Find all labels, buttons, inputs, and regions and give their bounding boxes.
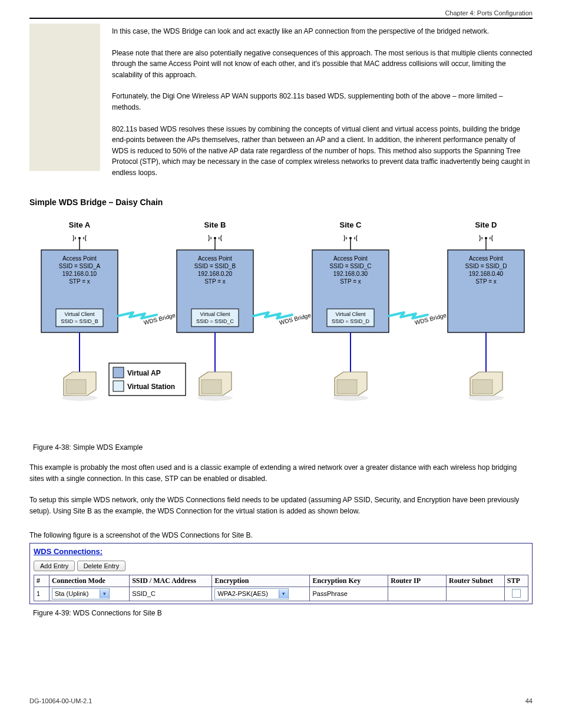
svg-text:Virtual Client: Virtual Client bbox=[336, 311, 366, 317]
wds-topology-diagram: Site A Site B Site C Site D Access Point… bbox=[29, 216, 533, 452]
col-router-subnet: Router Subnet bbox=[447, 575, 505, 587]
section-title: Simple WDS Bridge – Daisy Chain bbox=[29, 196, 533, 209]
connection-mode-value: Sta (Uplink) bbox=[55, 590, 88, 597]
col-encryption: Encryption bbox=[212, 575, 310, 587]
pc-icon bbox=[197, 372, 233, 401]
figure-caption: Figure 4-39: WDS Connections for Site B bbox=[33, 609, 533, 617]
svg-text:SSID = SSID_B: SSID = SSID_B bbox=[61, 318, 98, 324]
wds-panel-title: WDS Connections: bbox=[34, 547, 528, 556]
svg-text:192.168.0.10: 192.168.0.10 bbox=[62, 271, 97, 277]
svg-text:SSID  = SSID_A: SSID = SSID_A bbox=[59, 263, 101, 269]
pc-icon bbox=[468, 372, 504, 401]
paragraph: To setup this simple WDS network, only t… bbox=[29, 495, 533, 516]
ap-box-site-a: Access Point SSID = SSID_A 192.168.0.10 … bbox=[41, 250, 118, 332]
header-chapter: Chapter 4: Ports Configuration bbox=[29, 9, 533, 17]
ap-box-site-b: Access Point SSID = SSID_B 192.168.0.20 … bbox=[177, 250, 253, 332]
paragraph: Fortunately, the Digi One Wireless AP WA… bbox=[112, 91, 533, 113]
svg-text:Access Point: Access Point bbox=[62, 255, 97, 262]
footer-page-number: 44 bbox=[525, 697, 533, 704]
pc-icon bbox=[333, 372, 368, 401]
table-row: 1 Sta (Uplink) ▾ SSID_C WPA2-PSK(AES) ▾ bbox=[34, 587, 528, 601]
cell-key[interactable]: PassPhrase bbox=[310, 587, 388, 601]
ap-box-site-d: Access Point SSID = SSID_D 192.168.0.40 … bbox=[448, 250, 524, 332]
encryption-select[interactable]: WPA2-PSK(AES) ▾ bbox=[214, 588, 289, 599]
wds-link-label: WDS Bridge bbox=[279, 312, 312, 326]
figure-caption: Figure 4-38: Simple WDS Example bbox=[33, 443, 533, 452]
svg-text:Access Point: Access Point bbox=[198, 255, 232, 262]
svg-text:Access Point: Access Point bbox=[469, 255, 503, 262]
svg-text:SSID = SSID_C: SSID = SSID_C bbox=[196, 318, 234, 324]
screenshot-caption: The following figure is a screenshot of … bbox=[29, 531, 533, 539]
antenna-icon bbox=[73, 235, 86, 250]
paragraph: This example is probably the most often … bbox=[29, 462, 533, 484]
antenna-icon bbox=[344, 235, 357, 250]
col-ssid: SSID / MAC Address bbox=[130, 575, 212, 587]
add-entry-button[interactable]: Add Entry bbox=[34, 561, 75, 571]
paragraph: Please note that there are also potentia… bbox=[112, 48, 533, 81]
wds-connections-panel: WDS Connections: Add Entry Delete Entry … bbox=[29, 543, 533, 604]
connection-mode-select[interactable]: Sta (Uplink) ▾ bbox=[52, 588, 110, 599]
svg-text:Virtual Client: Virtual Client bbox=[65, 311, 95, 317]
stp-checkbox[interactable] bbox=[512, 589, 521, 598]
encryption-value: WPA2-PSK(AES) bbox=[217, 590, 267, 597]
chevron-down-icon: ▾ bbox=[279, 589, 288, 598]
svg-text:Virtual Station: Virtual Station bbox=[127, 383, 175, 391]
svg-text:192.168.0.20: 192.168.0.20 bbox=[198, 271, 233, 277]
chevron-down-icon: ▾ bbox=[100, 589, 109, 598]
svg-text:192.168.0.40: 192.168.0.40 bbox=[469, 271, 504, 277]
antenna-icon bbox=[480, 235, 492, 250]
col-router-ip: Router IP bbox=[388, 575, 447, 587]
col-num: # bbox=[34, 575, 49, 587]
svg-text:STP = x: STP = x bbox=[475, 278, 497, 285]
wds-connections-table: # Connection Mode SSID / MAC Address Enc… bbox=[34, 575, 528, 601]
svg-text:STP = x: STP = x bbox=[69, 278, 90, 285]
footer-doc-id: DG-10064-00-UM-2.1 bbox=[29, 697, 92, 704]
paragraph: In this case, the WDS Bridge can look an… bbox=[112, 26, 533, 37]
svg-text:Virtual Client: Virtual Client bbox=[200, 311, 230, 317]
svg-text:SSID  = SSID_C: SSID = SSID_C bbox=[330, 263, 372, 269]
svg-text:Access Point: Access Point bbox=[333, 255, 368, 262]
site-label: Site C bbox=[340, 220, 362, 229]
col-mode: Connection Mode bbox=[49, 575, 129, 587]
cell-router-ip[interactable] bbox=[388, 587, 447, 601]
delete-entry-button[interactable]: Delete Entry bbox=[77, 561, 126, 571]
svg-text:SSID = SSID_D: SSID = SSID_D bbox=[332, 318, 369, 324]
cell-router-subnet[interactable] bbox=[447, 587, 505, 601]
svg-rect-34 bbox=[113, 367, 124, 378]
svg-text:SSID  = SSID_D: SSID = SSID_D bbox=[465, 263, 507, 269]
ap-box-site-c: Access Point SSID = SSID_C 192.168.0.30 … bbox=[312, 250, 389, 332]
wds-link-label: WDS Bridge bbox=[414, 312, 447, 326]
cell-num: 1 bbox=[34, 587, 49, 601]
col-stp: STP bbox=[504, 575, 528, 587]
sidebar-placeholder bbox=[29, 24, 100, 171]
svg-text:SSID  = SSID_B: SSID = SSID_B bbox=[194, 263, 236, 269]
col-encryption-key: Encryption Key bbox=[310, 575, 388, 587]
header-rule bbox=[29, 18, 533, 19]
site-label: Site B bbox=[204, 220, 226, 229]
svg-rect-36 bbox=[113, 381, 124, 391]
site-label: Site D bbox=[475, 220, 497, 229]
legend: Virtual AP Virtual Station bbox=[109, 363, 186, 396]
site-label: Site A bbox=[69, 220, 91, 229]
pc-icon bbox=[62, 372, 97, 401]
antenna-icon bbox=[209, 235, 222, 250]
svg-text:STP = x: STP = x bbox=[204, 278, 226, 285]
wds-link-label: WDS Bridge bbox=[143, 312, 176, 326]
svg-text:STP = x: STP = x bbox=[340, 278, 361, 285]
paragraph: 802.11s based WDS resolves these issues … bbox=[112, 124, 533, 179]
svg-text:192.168.0.30: 192.168.0.30 bbox=[333, 271, 368, 277]
cell-ssid[interactable]: SSID_C bbox=[130, 587, 212, 601]
svg-rect-28 bbox=[448, 250, 524, 332]
svg-text:Virtual AP: Virtual AP bbox=[127, 369, 161, 377]
